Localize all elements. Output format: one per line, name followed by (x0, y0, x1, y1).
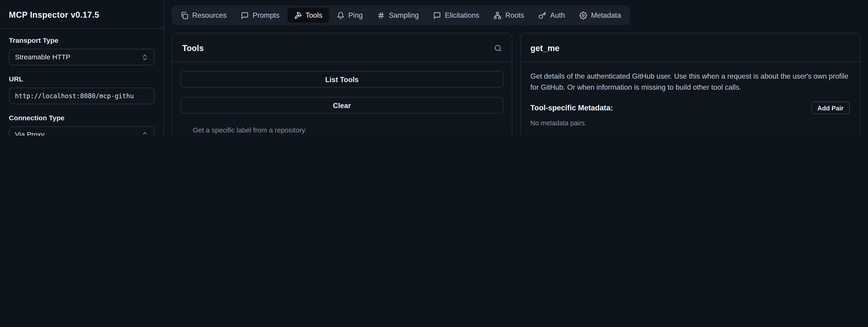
tab-label: Resources (192, 11, 227, 19)
tools-panel-title: Tools (182, 43, 204, 53)
hash-icon (377, 11, 385, 19)
message-square-icon (433, 11, 441, 19)
main-area: Resources Prompts Tools Ping (164, 0, 868, 136)
mcp-inspector-app: MCP Inspector v0.17.5 Transport Type Str… (0, 0, 868, 136)
transport-type-value: Streamable HTTP (15, 53, 70, 61)
chevrons-up-down-icon (141, 131, 148, 136)
transport-type-label: Transport Type (9, 36, 155, 44)
key-icon (538, 11, 546, 19)
tabbar: Resources Prompts Tools Ping (172, 5, 630, 25)
list-tools-button[interactable]: List Tools (181, 71, 503, 88)
files-icon (181, 11, 188, 19)
clear-button[interactable]: Clear (181, 97, 503, 114)
tab-label: Prompts (253, 11, 280, 19)
tab-label: Tools (306, 11, 322, 19)
connection-type-label: Connection Type (9, 114, 155, 122)
tab-auth[interactable]: Auth (532, 8, 571, 23)
tab-label: Elicitations (445, 11, 479, 19)
tools-panel: Tools List Tools Clear Get a specific la… (172, 33, 512, 136)
tab-elicitations[interactable]: Elicitations (427, 8, 486, 23)
url-input[interactable] (9, 88, 155, 104)
chevrons-up-down-icon (141, 54, 148, 61)
tool-list-partial-description: Get a specific label from a repository. (193, 125, 496, 136)
tab-label: Roots (505, 11, 524, 19)
connection-type-value: Via Proxy (15, 131, 44, 136)
message-square-icon (241, 11, 249, 19)
bell-icon (337, 11, 344, 19)
tool-detail-panel: get_me Get details of the authenticated … (520, 33, 860, 136)
tabbar-row: Resources Prompts Tools Ping (164, 0, 868, 28)
metadata-label: Tool-specific Metadata: (530, 104, 613, 112)
connection-type-select[interactable]: Via Proxy (9, 126, 155, 136)
tab-tools[interactable]: Tools (287, 8, 329, 23)
sidebar: MCP Inspector v0.17.5 Transport Type Str… (0, 0, 164, 136)
tab-label: Metadata (591, 11, 621, 19)
tool-detail-description: Get details of the authenticated GitHub … (530, 71, 850, 93)
url-label: URL (9, 76, 155, 83)
network-icon (494, 11, 501, 19)
hammer-icon (294, 11, 302, 19)
tool-detail-title: get_me (530, 43, 560, 53)
gear-icon (580, 11, 587, 19)
app-title: MCP Inspector v0.17.5 (9, 10, 155, 19)
tab-resources[interactable]: Resources (174, 8, 233, 23)
tab-metadata[interactable]: Metadata (573, 8, 628, 23)
transport-type-select[interactable]: Streamable HTTP (9, 49, 155, 65)
tools-list: List Tools Clear Get a specific label fr… (172, 62, 512, 136)
tab-label: Ping (348, 11, 363, 19)
search-icon[interactable] (494, 44, 502, 52)
no-metadata-text: No metadata pairs. (530, 119, 850, 127)
tab-sampling[interactable]: Sampling (370, 8, 425, 23)
tab-prompts[interactable]: Prompts (234, 8, 286, 23)
app-title-bar: MCP Inspector v0.17.5 (0, 0, 163, 29)
add-pair-button[interactable]: Add Pair (811, 101, 849, 114)
tab-ping[interactable]: Ping (330, 8, 370, 23)
tab-label: Auth (550, 11, 565, 19)
sidebar-body: Transport Type Streamable HTTP URL Conne… (0, 29, 163, 136)
tab-label: Sampling (389, 11, 419, 19)
tab-roots[interactable]: Roots (487, 8, 531, 23)
